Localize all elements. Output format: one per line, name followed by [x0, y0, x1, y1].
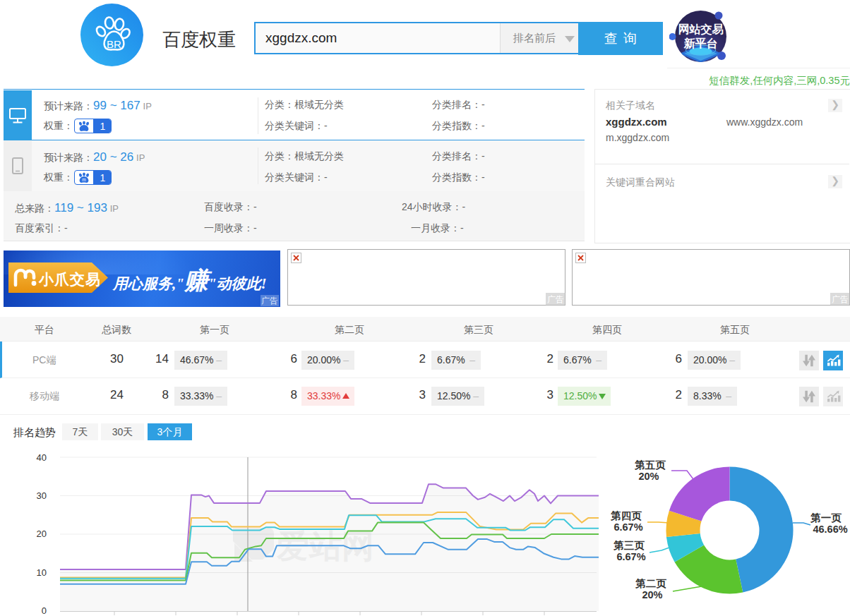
svg-text:BR: BR	[107, 38, 121, 50]
svg-text:第一页: 第一页	[810, 512, 842, 524]
svg-text:6.67%: 6.67%	[616, 551, 645, 562]
svg-text:第三页: 第三页	[613, 540, 645, 551]
svg-text:20%: 20%	[638, 471, 659, 482]
svg-text:46.66%: 46.66%	[813, 524, 847, 535]
svg-text:0: 0	[42, 605, 47, 616]
svg-text:第四页: 第四页	[610, 510, 642, 521]
svg-text:m: m	[82, 177, 85, 182]
svg-text:6.67%: 6.67%	[613, 521, 642, 533]
svg-text:20: 20	[37, 529, 47, 539]
svg-text:20%: 20%	[642, 589, 662, 600]
svg-text:10: 10	[37, 567, 47, 578]
svg-text:40: 40	[37, 452, 47, 463]
svg-text:30: 30	[37, 490, 47, 501]
svg-text:第五页: 第五页	[634, 459, 666, 471]
svg-text:第二页: 第二页	[635, 578, 666, 589]
